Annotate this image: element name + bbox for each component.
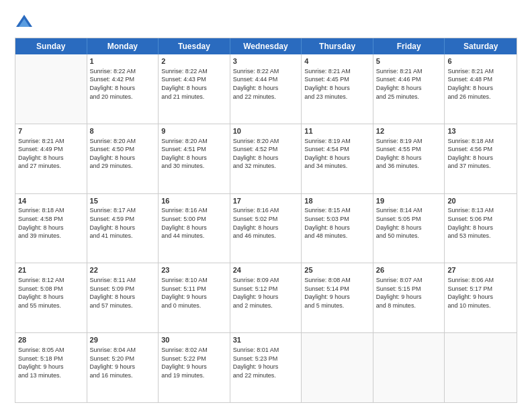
calendar-cell-day-9: 9Sunrise: 8:20 AM Sunset: 4:51 PM Daylig…	[159, 124, 230, 193]
calendar-cell-day-29: 29Sunrise: 8:04 AM Sunset: 5:20 PM Dayli…	[87, 333, 159, 402]
cell-info: Sunrise: 8:02 AM Sunset: 5:22 PM Dayligh…	[161, 346, 227, 379]
calendar-row-2: 7Sunrise: 8:21 AM Sunset: 4:49 PM Daylig…	[15, 124, 517, 193]
header-day-monday: Monday	[87, 38, 159, 54]
logo-icon	[15, 12, 34, 31]
day-number: 31	[233, 335, 299, 345]
calendar-cell-day-25: 25Sunrise: 8:08 AM Sunset: 5:14 PM Dayli…	[302, 263, 373, 332]
header-day-friday: Friday	[373, 38, 445, 54]
cell-info: Sunrise: 8:05 AM Sunset: 5:18 PM Dayligh…	[18, 346, 84, 379]
day-number: 9	[161, 126, 227, 136]
cell-info: Sunrise: 8:20 AM Sunset: 4:52 PM Dayligh…	[233, 137, 299, 171]
calendar-row-5: 28Sunrise: 8:05 AM Sunset: 5:18 PM Dayli…	[15, 332, 517, 402]
day-number: 8	[90, 126, 156, 136]
cell-info: Sunrise: 8:20 AM Sunset: 4:51 PM Dayligh…	[161, 137, 227, 171]
header	[15, 12, 517, 31]
cell-info: Sunrise: 8:21 AM Sunset: 4:48 PM Dayligh…	[447, 67, 514, 101]
cell-info: Sunrise: 8:15 AM Sunset: 5:03 PM Dayligh…	[304, 206, 370, 240]
day-number: 25	[304, 265, 370, 275]
calendar-cell-day-28: 28Sunrise: 8:05 AM Sunset: 5:18 PM Dayli…	[15, 333, 87, 402]
day-number: 21	[18, 265, 84, 275]
cell-info: Sunrise: 8:10 AM Sunset: 5:11 PM Dayligh…	[161, 276, 227, 310]
day-number: 13	[447, 126, 514, 136]
cell-info: Sunrise: 8:08 AM Sunset: 5:14 PM Dayligh…	[304, 276, 370, 310]
cell-info: Sunrise: 8:22 AM Sunset: 4:43 PM Dayligh…	[161, 67, 227, 101]
calendar-cell-empty	[445, 333, 517, 402]
calendar-cell-day-19: 19Sunrise: 8:14 AM Sunset: 5:05 PM Dayli…	[373, 194, 445, 263]
calendar-cell-day-15: 15Sunrise: 8:17 AM Sunset: 4:59 PM Dayli…	[87, 194, 159, 263]
day-number: 18	[304, 196, 370, 206]
calendar-cell-day-1: 1Sunrise: 8:22 AM Sunset: 4:42 PM Daylig…	[87, 54, 159, 124]
cell-info: Sunrise: 8:11 AM Sunset: 5:09 PM Dayligh…	[90, 276, 156, 310]
cell-info: Sunrise: 8:14 AM Sunset: 5:05 PM Dayligh…	[376, 206, 442, 240]
calendar-cell-day-24: 24Sunrise: 8:09 AM Sunset: 5:12 PM Dayli…	[230, 263, 302, 332]
day-number: 12	[376, 126, 442, 136]
day-number: 22	[90, 265, 156, 275]
cell-info: Sunrise: 8:13 AM Sunset: 5:06 PM Dayligh…	[447, 206, 514, 240]
calendar-cell-day-27: 27Sunrise: 8:06 AM Sunset: 5:17 PM Dayli…	[445, 263, 517, 332]
day-number: 7	[18, 126, 84, 136]
day-number: 30	[161, 335, 227, 345]
calendar-cell-day-8: 8Sunrise: 8:20 AM Sunset: 4:50 PM Daylig…	[87, 124, 159, 193]
calendar-cell-day-21: 21Sunrise: 8:12 AM Sunset: 5:08 PM Dayli…	[15, 263, 87, 332]
day-number: 4	[304, 56, 370, 66]
day-number: 15	[90, 196, 156, 206]
day-number: 29	[90, 335, 156, 345]
cell-info: Sunrise: 8:06 AM Sunset: 5:17 PM Dayligh…	[447, 276, 514, 310]
cell-info: Sunrise: 8:20 AM Sunset: 4:50 PM Dayligh…	[90, 137, 156, 171]
calendar-cell-day-16: 16Sunrise: 8:16 AM Sunset: 5:00 PM Dayli…	[159, 194, 230, 263]
cell-info: Sunrise: 8:18 AM Sunset: 4:58 PM Dayligh…	[18, 206, 84, 240]
day-number: 27	[447, 265, 514, 275]
cell-info: Sunrise: 8:18 AM Sunset: 4:56 PM Dayligh…	[447, 137, 514, 171]
calendar-cell-day-31: 31Sunrise: 8:01 AM Sunset: 5:23 PM Dayli…	[230, 333, 302, 402]
header-day-wednesday: Wednesday	[230, 38, 302, 54]
cell-info: Sunrise: 8:22 AM Sunset: 4:42 PM Dayligh…	[90, 67, 156, 101]
calendar-cell-day-26: 26Sunrise: 8:07 AM Sunset: 5:15 PM Dayli…	[373, 263, 445, 332]
day-number: 1	[90, 56, 156, 66]
calendar-cell-day-12: 12Sunrise: 8:19 AM Sunset: 4:55 PM Dayli…	[373, 124, 445, 193]
calendar-row-4: 21Sunrise: 8:12 AM Sunset: 5:08 PM Dayli…	[15, 263, 517, 332]
calendar-cell-day-13: 13Sunrise: 8:18 AM Sunset: 4:56 PM Dayli…	[445, 124, 517, 193]
calendar-cell-day-10: 10Sunrise: 8:20 AM Sunset: 4:52 PM Dayli…	[230, 124, 302, 193]
calendar-cell-empty	[15, 54, 87, 124]
header-day-saturday: Saturday	[445, 38, 517, 54]
day-number: 11	[304, 126, 370, 136]
calendar-cell-day-7: 7Sunrise: 8:21 AM Sunset: 4:49 PM Daylig…	[15, 124, 87, 193]
cell-info: Sunrise: 8:19 AM Sunset: 4:54 PM Dayligh…	[304, 137, 370, 171]
calendar-cell-day-2: 2Sunrise: 8:22 AM Sunset: 4:43 PM Daylig…	[159, 54, 230, 124]
calendar-row-1: 1Sunrise: 8:22 AM Sunset: 4:42 PM Daylig…	[15, 54, 517, 124]
cell-info: Sunrise: 8:17 AM Sunset: 4:59 PM Dayligh…	[90, 206, 156, 240]
logo	[15, 12, 36, 31]
calendar: SundayMondayTuesdayWednesdayThursdayFrid…	[15, 38, 517, 403]
calendar-cell-day-3: 3Sunrise: 8:22 AM Sunset: 4:44 PM Daylig…	[230, 54, 302, 124]
calendar-row-3: 14Sunrise: 8:18 AM Sunset: 4:58 PM Dayli…	[15, 193, 517, 263]
calendar-cell-empty	[373, 333, 445, 402]
day-number: 28	[18, 335, 84, 345]
day-number: 10	[233, 126, 299, 136]
cell-info: Sunrise: 8:16 AM Sunset: 5:02 PM Dayligh…	[233, 206, 299, 240]
day-number: 20	[447, 196, 514, 206]
cell-info: Sunrise: 8:12 AM Sunset: 5:08 PM Dayligh…	[18, 276, 84, 310]
calendar-cell-day-5: 5Sunrise: 8:21 AM Sunset: 4:46 PM Daylig…	[373, 54, 445, 124]
cell-info: Sunrise: 8:04 AM Sunset: 5:20 PM Dayligh…	[90, 346, 156, 379]
cell-info: Sunrise: 8:22 AM Sunset: 4:44 PM Dayligh…	[233, 67, 299, 101]
cell-info: Sunrise: 8:19 AM Sunset: 4:55 PM Dayligh…	[376, 137, 442, 171]
cell-info: Sunrise: 8:01 AM Sunset: 5:23 PM Dayligh…	[233, 346, 299, 379]
cell-info: Sunrise: 8:21 AM Sunset: 4:45 PM Dayligh…	[304, 67, 370, 101]
calendar-body: 1Sunrise: 8:22 AM Sunset: 4:42 PM Daylig…	[15, 54, 517, 402]
day-number: 5	[376, 56, 442, 66]
header-day-sunday: Sunday	[15, 38, 87, 54]
calendar-cell-day-23: 23Sunrise: 8:10 AM Sunset: 5:11 PM Dayli…	[159, 263, 230, 332]
day-number: 6	[447, 56, 514, 66]
cell-info: Sunrise: 8:21 AM Sunset: 4:49 PM Dayligh…	[18, 137, 84, 171]
calendar-cell-day-14: 14Sunrise: 8:18 AM Sunset: 4:58 PM Dayli…	[15, 194, 87, 263]
calendar-cell-day-4: 4Sunrise: 8:21 AM Sunset: 4:45 PM Daylig…	[302, 54, 373, 124]
calendar-cell-empty	[302, 333, 373, 402]
calendar-cell-day-22: 22Sunrise: 8:11 AM Sunset: 5:09 PM Dayli…	[87, 263, 159, 332]
calendar-cell-day-30: 30Sunrise: 8:02 AM Sunset: 5:22 PM Dayli…	[159, 333, 230, 402]
calendar-header: SundayMondayTuesdayWednesdayThursdayFrid…	[15, 38, 517, 54]
header-day-thursday: Thursday	[302, 38, 373, 54]
day-number: 24	[233, 265, 299, 275]
cell-info: Sunrise: 8:21 AM Sunset: 4:46 PM Dayligh…	[376, 67, 442, 101]
day-number: 26	[376, 265, 442, 275]
page: SundayMondayTuesdayWednesdayThursdayFrid…	[0, 0, 532, 411]
